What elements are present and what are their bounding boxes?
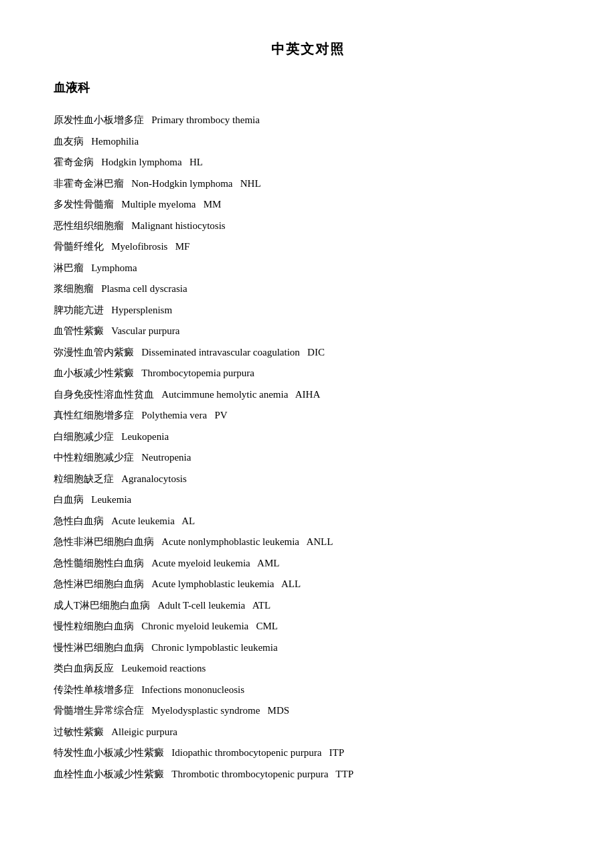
list-item: 自身免疫性溶血性贫血 Autcimmune hemolytic anemia A… [54, 386, 562, 404]
list-item: 血友病 Hemophilia [54, 133, 562, 151]
list-item: 急性白血病 Acute leukemia AL [54, 513, 562, 530]
list-item: 特发性血小板减少性紫癜 Idiopathic thrombocytopenic … [54, 745, 562, 762]
list-item: 慢性粒细胞白血病 Chronic myeloid leukemia CML [54, 618, 562, 635]
term-list: 原发性血小板增多症 Primary thrombocy themia血友病 He… [54, 112, 562, 783]
list-item: 骨髓增生异常综合症 Myelodysplastic syndrome MDS [54, 702, 562, 720]
list-item: 慢性淋巴细胞白血病 Chronic lympoblastic leukemia [54, 639, 562, 657]
list-item: 霍奇金病 Hodgkin lymphoma HL [54, 154, 562, 171]
list-item: 血小板减少性紫癜 Thrombocytopemia purpura [54, 365, 562, 382]
list-item: 血管性紫癜 Vascular purpura [54, 323, 562, 340]
list-item: 非霍奇金淋巴瘤 Non-Hodgkin lymphoma NHL [54, 175, 562, 193]
list-item: 真性红细胞增多症 Polythemia vera PV [54, 407, 562, 424]
list-item: 脾功能亢进 Hypersplenism [54, 302, 562, 319]
list-item: 传染性单核增多症 Infections mononucleosis [54, 682, 562, 699]
list-item: 血栓性血小板减少性紫癜 Thrombotic thrombocytopenic … [54, 766, 562, 783]
list-item: 急性髓细胞性白血病 Acute myeloid leukemia AML [54, 555, 562, 572]
list-item: 多发性骨髓瘤 Multiple myeloma MM [54, 196, 562, 214]
list-item: 类白血病反应 Leukemoid reactions [54, 660, 562, 678]
list-item: 恶性组织细胞瘤 Malignant histiocytosis [54, 218, 562, 235]
list-item: 成人T淋巴细胞白血病 Adult T-cell leukemia ATL [54, 597, 562, 615]
list-item: 急性非淋巴细胞白血病 Acute nonlymphoblastic leukem… [54, 534, 562, 551]
list-item: 急性淋巴细胞白血病 Acute lymphoblastic leukemia A… [54, 576, 562, 593]
page-title: 中英文对照 [54, 40, 562, 58]
list-item: 骨髓纤维化 Myelofibrosis MF [54, 238, 562, 256]
list-item: 浆细胞瘤 Plasma cell dyscrasia [54, 281, 562, 298]
list-item: 粒细胞缺乏症 Agranalocytosis [54, 471, 562, 488]
list-item: 弥漫性血管内紫癜 Disseminated intravascular coag… [54, 344, 562, 362]
list-item: 淋巴瘤 Lymphoma [54, 260, 562, 277]
list-item: 白血病 Leukemia [54, 491, 562, 509]
section-title: 血液科 [54, 80, 562, 96]
list-item: 过敏性紫癜 Alleigic purpura [54, 724, 562, 741]
list-item: 中性粒细胞减少症 Neutropenia [54, 449, 562, 467]
list-item: 白细胞减少症 Leukopenia [54, 429, 562, 446]
list-item: 原发性血小板增多症 Primary thrombocy themia [54, 112, 562, 129]
